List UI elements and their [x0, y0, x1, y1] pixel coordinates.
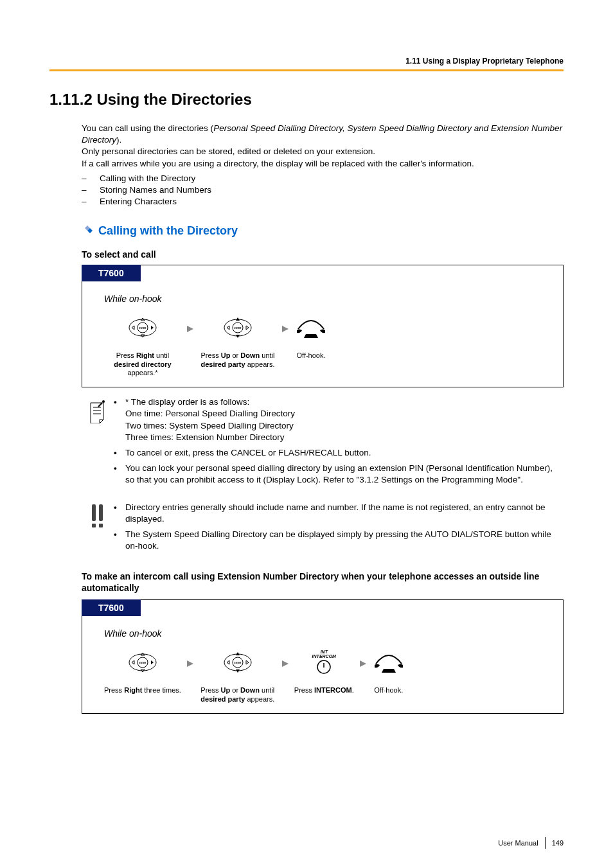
page-number: 149: [552, 839, 564, 847]
svg-rect-23: [92, 504, 96, 521]
arrow-icon: [276, 644, 294, 668]
toc-item-1: Calling with the Directory: [82, 173, 564, 183]
svg-text:ENTER: ENTER: [234, 662, 242, 664]
svg-marker-6: [151, 326, 154, 330]
intro-text-1a: You can call using the directories (: [82, 123, 213, 133]
subsection-heading: Calling with the Directory: [98, 224, 238, 238]
svg-rect-26: [99, 524, 103, 527]
note-icon: [82, 396, 114, 423]
model-badge: T7600: [82, 599, 141, 616]
procedure-box-2: T7600 While on-hook ENTER Press Right th…: [82, 599, 564, 714]
proc1-heading: To select and call: [82, 249, 564, 260]
note1-bullet-3: You can lock your personal speed diallin…: [114, 463, 564, 486]
svg-rect-25: [92, 524, 96, 527]
p2-step4-caption: Off-hook.: [374, 686, 403, 695]
header-rule: [49, 69, 564, 71]
offhook-icon: [294, 309, 328, 346]
svg-marker-15: [236, 317, 240, 321]
svg-marker-17: [282, 326, 289, 332]
arrow-icon: [181, 644, 199, 668]
svg-marker-13: [227, 326, 229, 330]
svg-text:ENTER: ENTER: [139, 327, 147, 330]
p2-step2-caption: Press Up or Down until desired party app…: [199, 686, 276, 704]
nav-button-lr-icon: ENTER: [128, 644, 157, 681]
svg-marker-5: [132, 326, 134, 330]
note2-bullet-2: The System Speed Dialling Directory can …: [114, 529, 564, 552]
intro-text-1b: ).: [116, 135, 121, 145]
step1-caption: Press Right until desired directory appe…: [104, 351, 181, 378]
svg-marker-34: [187, 660, 193, 667]
step3-caption: Off-hook.: [296, 351, 325, 360]
svg-rect-24: [99, 504, 103, 521]
svg-marker-42: [282, 660, 289, 667]
intro-block: You can call using the directories (Pers…: [82, 123, 564, 170]
svg-marker-40: [236, 652, 240, 655]
toc-item-3: Entering Characters: [82, 197, 564, 206]
state-label: While on-hook: [104, 294, 554, 304]
arrow-icon: [276, 309, 294, 333]
intro-text-3: If a call arrives while you are using a …: [82, 159, 474, 168]
p2-step3-caption: Press INTERCOM.: [294, 686, 354, 695]
note1-bullet-2: To cancel or exit, press the CANCEL or F…: [114, 447, 564, 459]
note2-bullet-1: Directory entries generally should inclu…: [114, 502, 564, 525]
footer-separator: [545, 837, 546, 849]
nav-button-ud-icon: ENTER: [223, 309, 253, 346]
nav-button-ud-icon: ENTER: [223, 644, 253, 681]
svg-marker-31: [151, 660, 154, 664]
svg-marker-9: [187, 326, 193, 332]
svg-marker-45: [360, 660, 366, 667]
step2-caption: Press Up or Down until desired party app…: [199, 351, 276, 369]
diamond-icon: [82, 225, 93, 236]
svg-text:ENTER: ENTER: [139, 662, 147, 664]
footer-label: User Manual: [498, 839, 538, 847]
page-title: 1.11.2 Using the Directories: [49, 91, 564, 109]
svg-point-21: [102, 400, 105, 403]
note1-bullet-1: * The display order is as follows: One t…: [114, 396, 564, 443]
p2-step1-caption: Press Right three times.: [104, 686, 181, 695]
svg-marker-14: [246, 326, 249, 330]
intercom-button-icon: INTINTERCOM: [312, 644, 336, 681]
svg-marker-39: [246, 660, 249, 664]
svg-text:ENTER: ENTER: [235, 327, 242, 330]
procedure-box-1: T7600 While on-hook ENTER Press Right un…: [82, 265, 564, 387]
nav-button-lr-icon: ENTER: [128, 309, 157, 346]
svg-line-22: [98, 403, 102, 407]
offhook-icon: [372, 644, 405, 681]
model-badge: T7600: [82, 265, 141, 281]
svg-marker-41: [236, 669, 240, 673]
svg-marker-38: [227, 660, 229, 664]
important-icon: [82, 502, 114, 529]
proc2-heading: To make an intercom call using Extension…: [82, 571, 564, 595]
svg-marker-30: [132, 660, 134, 664]
svg-marker-16: [236, 335, 240, 338]
state-label: While on-hook: [104, 628, 554, 639]
intro-text-2: Only personal directories can be stored,…: [82, 146, 375, 156]
arrow-icon: [354, 644, 372, 668]
header-breadcrumb: 1.11 Using a Display Proprietary Telepho…: [49, 57, 564, 66]
arrow-icon: [181, 309, 199, 333]
toc-item-2: Storing Names and Numbers: [82, 185, 564, 195]
toc-list: Calling with the Directory Storing Names…: [82, 173, 564, 206]
